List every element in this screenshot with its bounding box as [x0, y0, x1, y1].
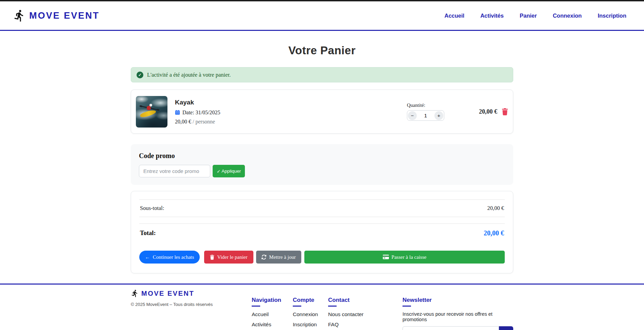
footer-column-title: Compte [293, 297, 328, 304]
clear-cart-button[interactable]: Vider le panier [204, 251, 253, 264]
runner-icon [13, 9, 26, 22]
promo-section: Code promo ✓Appliquer [131, 144, 513, 185]
runner-icon [131, 289, 139, 297]
logo[interactable]: MOVE EVENT [13, 9, 100, 22]
summary-section: Sous-total: 20,00 € Total: 20,00 € ← Con… [131, 191, 513, 273]
title-underline [293, 306, 301, 307]
quantity-decrease-button[interactable]: − [408, 111, 417, 120]
credit-card-icon [383, 255, 389, 259]
footer-column-title: Navigation [252, 297, 293, 304]
sync-icon [262, 255, 266, 259]
nav-panier[interactable]: Panier [520, 13, 537, 19]
header: MOVE EVENT Accueil Activités Panier Conn… [0, 1, 644, 31]
title-underline [328, 306, 337, 307]
calendar-icon [175, 110, 180, 115]
activity-image [136, 96, 167, 128]
footer-column-navigation: Navigation Accueil Activités Panier [252, 289, 293, 330]
cart-page: Votre Panier ✓ L'activité a été ajoutée … [131, 44, 513, 273]
total-label: Total: [140, 230, 156, 237]
kayak-helmet-shape [149, 104, 152, 106]
continue-shopping-button[interactable]: ← Continuer les achats [139, 251, 200, 264]
item-unit-suffix: / personne [193, 119, 215, 124]
footer-column-contact: Contact Nous contacter FAQ 01 23 45 67 8… [328, 289, 402, 330]
item-info: Kayak Date: 31/05/2025 20,00 € / personn… [175, 99, 407, 125]
footer-link-accueil[interactable]: Accueil [252, 311, 293, 317]
footer-brand-name: MOVE EVENT [141, 290, 194, 297]
newsletter-email-input[interactable] [402, 326, 499, 330]
brand-name: MOVE EVENT [29, 11, 100, 21]
quantity-increase-button[interactable]: + [434, 111, 443, 120]
nav-accueil[interactable]: Accueil [444, 13, 464, 19]
item-line-total: 20,00 € [473, 108, 497, 115]
nav-inscription[interactable]: Inscription [598, 13, 626, 19]
check-circle-icon: ✓ [137, 72, 143, 78]
newsletter-title: Newsletter [402, 297, 513, 304]
footer: MOVE EVENT © 2025 MoveEvent – Tous droit… [0, 284, 644, 330]
item-unit-price: 20,00 € [175, 119, 191, 124]
nav-connexion[interactable]: Connexion [553, 13, 582, 19]
cart-item-row: Kayak Date: 31/05/2025 20,00 € / personn… [131, 90, 513, 134]
divider [139, 217, 505, 217]
title-underline [252, 306, 260, 307]
footer-link-nous-contacter[interactable]: Nous contacter [328, 311, 402, 317]
trash-icon [502, 108, 508, 115]
copyright: © 2025 MoveEvent – Tous droits réservés [131, 302, 252, 307]
subtotal-value: 20,00 € [487, 205, 504, 212]
promo-code-input[interactable] [139, 165, 210, 177]
kayak-hull-shape [140, 109, 157, 118]
trash-icon [210, 255, 214, 260]
footer-link-faq[interactable]: FAQ [328, 322, 402, 328]
update-cart-button[interactable]: Mettre à jour [256, 251, 301, 264]
subtotal-row: Sous-total: 20,00 € [139, 200, 505, 217]
check-icon: ✓ [217, 169, 220, 174]
item-controls: Quantité: − + 20,00 € [407, 102, 508, 121]
subtotal-label: Sous-total: [140, 205, 164, 212]
footer-column-title: Contact [328, 297, 402, 304]
footer-link-inscription[interactable]: Inscription [293, 322, 328, 328]
cart-actions: ← Continuer les achats Vider le panier M… [139, 251, 505, 264]
quantity-label: Quantité: [407, 102, 444, 108]
footer-link-activites[interactable]: Activités [252, 322, 293, 328]
footer-link-connexion[interactable]: Connexion [293, 311, 328, 317]
alert-message: L'activité a été ajoutée à votre panier. [147, 72, 231, 78]
item-name: Kayak [175, 99, 407, 106]
newsletter-subtitle: Inscrivez-vous pour recevoir nos offres … [402, 311, 513, 322]
nav-activites[interactable]: Activités [480, 13, 504, 19]
promo-title: Code promo [139, 152, 505, 160]
footer-column-compte: Compte Connexion Inscription Mon Profil [293, 289, 328, 330]
quantity-stepper: − + [407, 110, 444, 121]
total-value: 20,00 € [484, 229, 504, 237]
total-row: Total: 20,00 € [139, 224, 505, 237]
item-unit-price-line: 20,00 € / personne [175, 119, 407, 125]
item-date: Date: 31/05/2025 [182, 110, 220, 116]
title-underline [402, 306, 411, 307]
remove-item-button[interactable] [502, 108, 508, 115]
arrow-left-icon: ← [145, 254, 150, 260]
checkout-button[interactable]: Passer à la caisse [304, 251, 505, 264]
success-alert: ✓ L'activité a été ajoutée à votre panie… [131, 67, 513, 82]
main-nav: Accueil Activités Panier Connexion Inscr… [444, 13, 626, 19]
quantity-input[interactable] [420, 113, 431, 118]
footer-brand: MOVE EVENT © 2025 MoveEvent – Tous droit… [131, 289, 252, 330]
page-title: Votre Panier [131, 44, 513, 57]
footer-logo[interactable]: MOVE EVENT [131, 289, 252, 297]
apply-promo-button[interactable]: ✓Appliquer [213, 165, 245, 177]
newsletter-submit-button[interactable] [499, 326, 513, 330]
footer-newsletter: Newsletter Inscrivez-vous pour recevoir … [402, 289, 513, 330]
